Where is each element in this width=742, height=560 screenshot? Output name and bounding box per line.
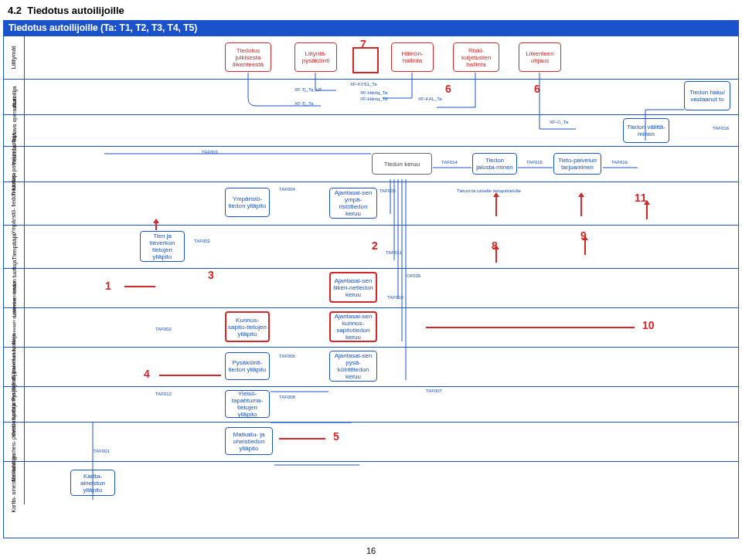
arrow-9 (584, 239, 586, 255)
node-hairion: Häiriön-hallinta (391, 42, 434, 72)
lbl-xf-tj-ta-lp: XF-Tj_Ta_LP (294, 87, 322, 92)
arrow-8 (495, 249, 497, 263)
node-kunnos-yllapito: Kunnos-sapito-tietojen ylläpito (225, 311, 270, 342)
node-riski: Riski-kuljetusten hallinta (453, 42, 499, 72)
lbl-taf005: TAF005 (380, 188, 396, 193)
lane-liittymat: Liittymät Tiedotus julkisesta liikentees… (4, 36, 738, 80)
page-number: 16 (0, 546, 742, 555)
lbl-taf006: TAF006 (279, 354, 295, 358)
arrow-5 (279, 438, 325, 440)
node-tiedotus-julk: Tiedotus julkisesta liikenteestä (225, 42, 271, 72)
lbl-xf-kys1: XF-KYS1_Ta (350, 82, 377, 87)
lbl-taf003: TAF003 (202, 150, 218, 154)
lane-label: Liittymät (4, 36, 25, 79)
node-ajantasai-ymp: Ajantasai-sen ympä-ristötiedon keruu (329, 188, 377, 219)
lane-liikennetieto: Liikenne- tiedon tuottaja 1 3 Ajantasai-… (4, 269, 738, 308)
marker-2: 2 (372, 239, 378, 252)
lane-ymparisto: Ympäristö- tiedon tuottaja Ympäristö-tie… (4, 182, 738, 226)
node-ajantasai-pysak: Ajantasai-sen pysä-köintitiedon keruu (329, 351, 377, 382)
lbl-taf014: TAF014 (441, 160, 458, 165)
lbl-tietovirta: Tietovirta toiselle tietopalvelulle (457, 188, 521, 193)
marker-6b: 6 (534, 83, 540, 95)
node-ymparisto-yllapito: Ympäristö-tiedon ylläpito (225, 188, 270, 217)
pool: Liittymät Tiedotus julkisesta liikentees… (3, 36, 739, 538)
lane-tienpitaja: Tienpitäjä Tien ja tieverkon tietojen yl… (4, 226, 738, 269)
lane-tiedotuspalvelu: Tiedotus- palvelun tuottaja Tiedon keruu… (4, 147, 738, 182)
lbl-taf016: TAF016 (713, 126, 729, 131)
marker-3: 3 (208, 269, 214, 281)
lane-kartta: Kartta- aineiston tuottaja Kartta-aineis… (4, 462, 738, 504)
lbl-taf001: TAF001 (94, 449, 110, 453)
lbl-taf002b: TAF002 (155, 327, 172, 331)
lane-pysakointi: Pysäköinti- palvelun tuottaja 4 Pysäköin… (4, 348, 738, 387)
node-ajantasai-kunnos: Ajantasai-sen kunnos-sapitotiedon keruu (329, 311, 377, 342)
pool-title: Tiedotus autoilijoille (Ta: T1, T2, T3, … (3, 20, 739, 36)
arrow-4 (159, 375, 221, 376)
lane-matkailu: Matkailu- ja oheis- palvelun tuottaja Ma… (4, 423, 738, 462)
marker-4: 4 (144, 368, 150, 380)
marker-10: 10 (642, 319, 655, 331)
arrow-11c (646, 204, 648, 219)
node-ajantasai-liik: Ajantasai-sen liiken-netiedon keruu (329, 272, 377, 303)
lbl-taf015: TAF015 (526, 160, 543, 165)
lane-tiedotuskanava: Tiedotus- kanava operaattori Tiedon väli… (4, 115, 738, 147)
lbl-xf-hairq: XF-Häiriq_Ta (360, 90, 387, 95)
lbl-xf-tj-ta: XF-Tj_Ta (294, 101, 313, 106)
gateway-7 (352, 47, 379, 73)
arrow-10 (426, 327, 635, 328)
node-pysakointi-yllapito: Pysäköinti-tiedon ylläpito (225, 352, 270, 380)
marker-5: 5 (333, 430, 339, 443)
lbl-of026: OF026 (407, 273, 420, 278)
node-kartta-yllapito: Kartta-aineiston ylläpito (70, 470, 115, 496)
node-tiedon-jalost: Tiedon jalosta-minen (472, 153, 517, 175)
node-tien-tietojen: Tien ja tieverkon tietojen ylläpito (140, 231, 185, 262)
lane-kunnossapito: (Tien/ kadun) kunnossapit o-palvelun tuo… (4, 308, 738, 348)
lbl-taf008: TAF008 (279, 395, 295, 399)
node-tiedon-haku: Tiedon haku/ vastaanot to (684, 81, 730, 110)
arrow-11b (580, 196, 582, 216)
lane-autoilija: Autoilija Tiedon haku/ vastaanot to 6 6 … (4, 80, 738, 115)
marker-6a: 6 (445, 83, 451, 95)
arrow-2in (155, 222, 157, 230)
node-matkailu-yllapito: Matkailu- ja oheistiedon ylläpito (225, 427, 273, 455)
marker-1: 1 (105, 280, 111, 292)
node-liikenteen: Liikenteen ohjaus (519, 42, 561, 72)
lbl-taf016b: TAF016 (611, 160, 628, 165)
lbl-taf007: TAF007 (426, 389, 442, 393)
lbl-xf-hairq2: XF-Häiriq_Ta (360, 97, 387, 101)
lbl-taf004: TAF004 (279, 187, 295, 192)
section-number: 4.2 (8, 5, 22, 16)
lbl-taf011: TAF011 (386, 250, 402, 255)
node-tietopalvelun: Tieto-palvelun tarjoaminen (553, 153, 601, 175)
lbl-taf002: TAF002 (194, 239, 210, 243)
arrow-1 (124, 286, 155, 287)
lbl-taf012: TAF012 (155, 392, 172, 396)
lbl-xf-kal: XF-KAL_Ta (418, 97, 442, 101)
node-tiedon-keruu: Tiedon keruu (372, 153, 432, 175)
node-liitynta: Liityntä-pysäköinti (294, 42, 337, 72)
lbl-xf-o-ta: XF-O_Ta (550, 120, 568, 124)
section-title: Tiedotus autoilijoille (27, 5, 124, 16)
arrow-11a (495, 196, 497, 216)
node-tiedon-valitt: Tiedon välittä-minen (623, 118, 669, 143)
lane-yleisotapahtuma: Yleisö- tapahtumien järjestäjä Yleisö-ta… (4, 387, 738, 423)
lbl-taf010: TAF010 (387, 295, 403, 300)
node-yleiso-yllapito: Yleisö-tapahtuma-tietojen ylläpito (225, 390, 270, 418)
